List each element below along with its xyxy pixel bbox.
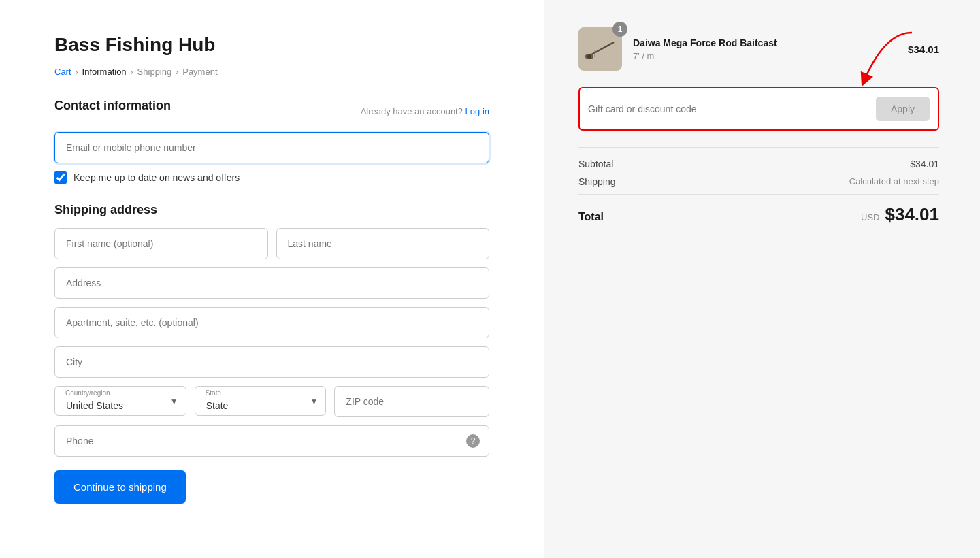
- subtotal-label: Subtotal: [578, 159, 613, 169]
- city-row: [54, 346, 489, 378]
- shipping-value: Calculated at next step: [849, 176, 939, 187]
- newsletter-row: Keep me up to date on news and offers: [54, 171, 489, 184]
- shipping-label: Shipping: [578, 176, 616, 187]
- address-row: [54, 267, 489, 299]
- contact-section-title: Contact information: [54, 99, 171, 113]
- apply-button[interactable]: Apply: [876, 97, 930, 121]
- breadcrumb: Cart › Information › Shipping › Payment: [54, 67, 489, 77]
- shipping-section-title: Shipping address: [54, 203, 489, 217]
- left-panel: Bass Fishing Hub Cart › Information › Sh…: [0, 0, 544, 558]
- breadcrumb-shipping: Shipping: [137, 67, 172, 77]
- breadcrumb-sep-3: ›: [176, 67, 178, 77]
- total-value: $34.01: [885, 204, 939, 225]
- apt-row: [54, 307, 489, 338]
- country-select-wrapper: Country/region United States ▼: [54, 386, 186, 417]
- order-divider-1: [578, 147, 939, 148]
- subtotal-value: $34.01: [910, 159, 939, 169]
- phone-row: ?: [54, 425, 489, 457]
- zip-input[interactable]: [334, 386, 489, 417]
- email-input[interactable]: [54, 132, 489, 163]
- login-link[interactable]: Log in: [466, 106, 489, 116]
- product-row: 1 Daiwa Mega Force Rod Baitcast 7' / m $…: [578, 27, 939, 71]
- product-image-wrap: 1: [578, 27, 622, 71]
- breadcrumb-sep-1: ›: [76, 67, 78, 77]
- breadcrumb-payment: Payment: [182, 67, 217, 77]
- product-price: $34.01: [908, 44, 939, 55]
- newsletter-label: Keep me up to date on news and offers: [74, 172, 240, 183]
- product-name: Daiwa Mega Force Rod Baitcast: [633, 37, 897, 48]
- total-divider: [578, 194, 939, 195]
- product-variant: 7' / m: [633, 51, 897, 61]
- svg-point-3: [587, 54, 591, 59]
- state-select-wrapper: State State ▼: [195, 386, 327, 417]
- phone-input[interactable]: [54, 425, 489, 457]
- breadcrumb-information[interactable]: Information: [82, 67, 127, 77]
- apt-input[interactable]: [54, 307, 489, 338]
- product-info: Daiwa Mega Force Rod Baitcast 7' / m: [633, 37, 897, 61]
- total-label: Total: [578, 211, 604, 223]
- country-label: Country/region: [65, 389, 110, 397]
- breadcrumb-sep-2: ›: [131, 67, 133, 77]
- store-title: Bass Fishing Hub: [54, 34, 489, 56]
- right-panel: 1 Daiwa Mega Force Rod Baitcast 7' / m $…: [544, 0, 980, 558]
- discount-box: Apply: [578, 87, 939, 131]
- subtotal-row: Subtotal $34.01: [578, 159, 939, 169]
- city-input[interactable]: [54, 346, 489, 378]
- shipping-row: Shipping Calculated at next step: [578, 176, 939, 187]
- continue-button[interactable]: Continue to shipping: [54, 470, 186, 504]
- contact-header: Contact information Already have an acco…: [54, 99, 489, 124]
- newsletter-checkbox[interactable]: [54, 171, 67, 184]
- total-currency: USD: [861, 212, 879, 223]
- total-row: Total USD $34.01: [578, 204, 939, 225]
- state-country-row: Country/region United States ▼ State Sta…: [54, 386, 489, 417]
- already-account-text: Already have an account?: [361, 106, 463, 116]
- last-name-input[interactable]: [276, 228, 490, 259]
- first-name-input[interactable]: [54, 228, 268, 259]
- address-input[interactable]: [54, 267, 489, 299]
- login-prompt: Already have an account? Log in: [361, 106, 489, 116]
- discount-input[interactable]: [588, 97, 869, 121]
- state-label: State: [206, 389, 221, 397]
- breadcrumb-cart[interactable]: Cart: [54, 67, 71, 77]
- name-row: [54, 228, 489, 259]
- phone-help-icon[interactable]: ?: [466, 434, 480, 448]
- total-value-wrap: USD $34.01: [861, 204, 939, 225]
- product-quantity-badge: 1: [612, 22, 627, 37]
